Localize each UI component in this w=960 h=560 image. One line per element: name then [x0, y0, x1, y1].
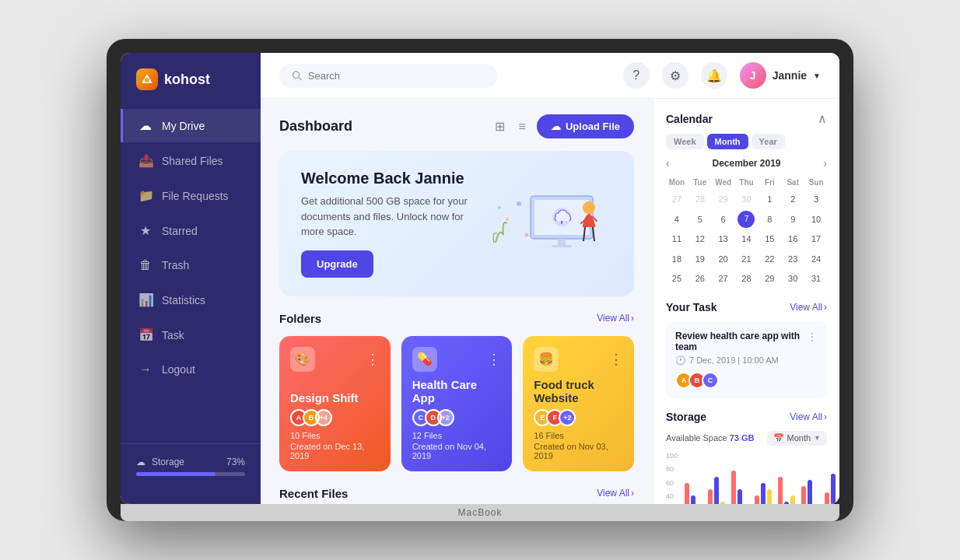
folder-card-food-truck[interactable]: 🍔 ⋮ Food truck Website E F +2: [523, 336, 634, 471]
upload-icon: ☁: [551, 121, 561, 132]
calendar-day[interactable]: 30: [782, 270, 804, 289]
calendar-day[interactable]: 27: [666, 191, 688, 209]
folder-more-icon[interactable]: ⋮: [487, 351, 501, 368]
task-more-icon[interactable]: ⋮: [807, 331, 818, 343]
calendar-day[interactable]: 7: [738, 211, 755, 228]
folder-created: Created on Dec 13, 2019: [290, 442, 380, 460]
calendar-day[interactable]: 20: [713, 250, 734, 269]
calendar-day[interactable]: 24: [805, 250, 827, 269]
folder-meta: 16 Files Created on Nov 03, 2019: [534, 431, 623, 460]
sidebar-item-my-drive[interactable]: ☁ My Drive: [121, 109, 261, 142]
calendar-day[interactable]: 27: [713, 270, 734, 289]
collapse-calendar-icon[interactable]: ∧: [818, 111, 827, 126]
calendar-day[interactable]: 2: [782, 191, 804, 209]
calendar-day[interactable]: 28: [689, 191, 711, 209]
calendar-day[interactable]: 30: [736, 191, 758, 209]
logout-label: Logout: [162, 363, 195, 376]
task-view-all[interactable]: View All ›: [790, 302, 827, 313]
storage-period-select[interactable]: 📅 Month ▼: [767, 431, 828, 446]
task-card[interactable]: Review health care app with team ⋮ 🕐 7 D…: [666, 321, 827, 398]
shared-files-label: Shared Files: [162, 155, 223, 167]
calendar-day[interactable]: 10: [805, 211, 827, 229]
calendar-day[interactable]: 23: [782, 250, 804, 269]
folder-more-icon[interactable]: ⋮: [366, 351, 380, 368]
calendar-day[interactable]: 18: [666, 250, 688, 269]
calendar-day[interactable]: 9: [782, 211, 804, 229]
storage-bar-fill: [136, 472, 215, 476]
calendar-day[interactable]: 22: [759, 250, 780, 269]
calendar-day[interactable]: 13: [713, 230, 734, 249]
header-right: ? ⚙ 🔔 J Jannie ▼: [623, 62, 821, 89]
upgrade-button[interactable]: Upgrade: [301, 250, 373, 278]
folders-view-all[interactable]: View All ›: [597, 313, 634, 324]
welcome-description: Get additional 500 GB space for your doc…: [301, 194, 488, 240]
bar-yellow: [767, 489, 772, 504]
help-button[interactable]: ?: [623, 62, 650, 89]
body-split: Dashboard ⊞ ≡ ☁ Upload File: [261, 99, 839, 504]
sidebar-item-statistics[interactable]: 📊 Statistics: [121, 283, 261, 317]
sidebar-item-starred[interactable]: ★ Starred: [121, 214, 261, 247]
search-box[interactable]: [279, 64, 497, 88]
storage-gb: 73 GB: [730, 433, 755, 443]
settings-button[interactable]: ⚙: [662, 62, 688, 89]
calendar-day[interactable]: 17: [805, 230, 827, 249]
sidebar-item-trash[interactable]: 🗑 Trash: [121, 249, 261, 282]
welcome-text: Welcome Back Jannie Get additional 500 G…: [301, 170, 488, 278]
welcome-banner: Welcome Back Jannie Get additional 500 G…: [279, 151, 634, 296]
sidebar-item-task[interactable]: 📅 Task: [121, 318, 261, 352]
svg-point-1: [145, 78, 149, 82]
sidebar-item-shared-files[interactable]: 📤 Shared Files: [121, 144, 261, 177]
upload-file-button[interactable]: ☁ Upload File: [537, 114, 634, 138]
grid-view-button[interactable]: ⊞: [492, 116, 508, 137]
recent-files-view-all[interactable]: View All ›: [597, 488, 634, 499]
prev-month-button[interactable]: ‹: [666, 157, 670, 170]
list-view-button[interactable]: ≡: [516, 117, 529, 137]
folder-created: Created on Nov 04, 2019: [412, 442, 502, 460]
sidebar-item-logout[interactable]: → Logout: [121, 353, 261, 386]
folder-more-icon[interactable]: ⋮: [609, 351, 623, 368]
calendar-day[interactable]: 25: [666, 270, 688, 289]
calendar-day[interactable]: 15: [759, 230, 780, 249]
bell-icon: 🔔: [706, 68, 722, 83]
folder-card-health-care[interactable]: 💊 ⋮ Health Care App C D +2: [401, 336, 513, 471]
calendar-day[interactable]: 26: [689, 270, 711, 289]
sidebar-item-file-requests[interactable]: 📁 File Requests: [121, 179, 261, 212]
user-info[interactable]: J Jannie ▼: [740, 62, 821, 89]
calendar-day[interactable]: 19: [689, 250, 711, 269]
banner-illustration: [488, 180, 612, 266]
my-drive-icon: ☁: [138, 118, 152, 133]
calendar-day[interactable]: 29: [759, 270, 780, 289]
shared-files-icon: 📤: [138, 153, 152, 168]
page-title: Dashboard: [279, 118, 352, 135]
avatar-count: +4: [315, 409, 332, 426]
calendar-day[interactable]: 29: [713, 191, 734, 209]
calendar-day[interactable]: 12: [689, 230, 711, 249]
calendar-day[interactable]: 3: [805, 191, 827, 209]
notifications-button[interactable]: 🔔: [701, 62, 727, 89]
storage-view-all[interactable]: View All ›: [790, 411, 827, 422]
task-icon: 📅: [138, 327, 152, 342]
calendar-day[interactable]: 28: [736, 270, 758, 289]
day-header-wed: Wed: [713, 176, 734, 189]
calendar-day[interactable]: 6: [713, 211, 734, 229]
app-name: kohost: [164, 72, 210, 88]
calendar-day[interactable]: 5: [689, 211, 711, 229]
folder-card-design-shift[interactable]: 🎨 ⋮ Design Shift A B +4: [279, 336, 391, 471]
calendar-day[interactable]: 14: [736, 230, 758, 249]
bar-red: [708, 489, 713, 504]
tab-month[interactable]: Month: [707, 134, 748, 149]
calendar-day[interactable]: 16: [782, 230, 804, 249]
next-month-button[interactable]: ›: [823, 157, 827, 170]
tab-week[interactable]: Week: [666, 134, 704, 149]
calendar-day[interactable]: 31: [805, 270, 827, 289]
calendar-day[interactable]: 8: [759, 211, 780, 229]
storage-percent: 73%: [226, 457, 245, 467]
calendar-day[interactable]: 1: [759, 191, 780, 209]
calendar-day[interactable]: 4: [666, 211, 688, 229]
upload-label: Upload File: [566, 121, 620, 132]
calendar-day[interactable]: 21: [736, 250, 758, 269]
folder-avatars: C D +2: [412, 409, 502, 426]
search-input[interactable]: [308, 70, 485, 82]
tab-year[interactable]: Year: [752, 134, 785, 149]
calendar-day[interactable]: 11: [666, 230, 688, 249]
